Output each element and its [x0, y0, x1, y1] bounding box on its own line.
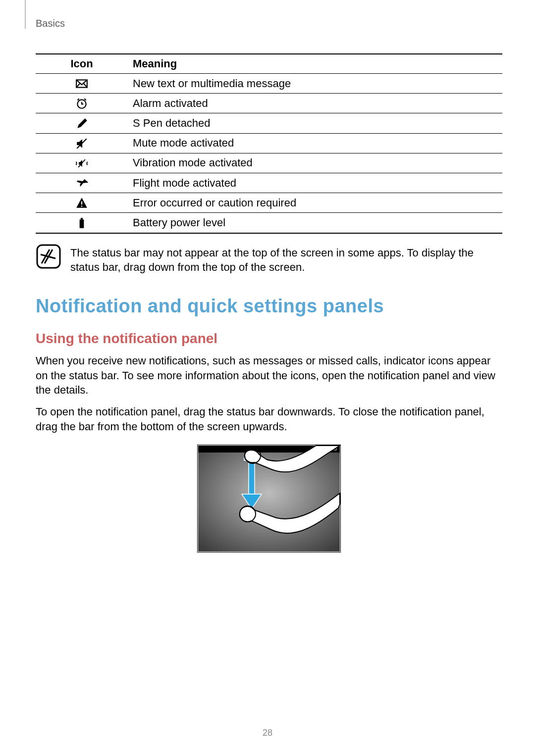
- meaning-cell: S Pen detached: [124, 113, 502, 133]
- body-paragraph: To open the notification panel, drag the…: [36, 404, 502, 434]
- airplane-icon: [75, 176, 88, 189]
- meaning-cell: Battery power level: [124, 213, 502, 233]
- icon-meaning-table: Icon Meaning New text or multimedia mess…: [36, 53, 502, 234]
- pen-icon: [75, 116, 88, 129]
- section-heading: Notification and quick settings panels: [36, 296, 502, 317]
- table-row: Mute mode activated: [36, 133, 502, 153]
- note-icon: [36, 244, 61, 269]
- meaning-cell: Mute mode activated: [124, 133, 502, 153]
- svg-rect-6: [80, 219, 84, 228]
- alarm-icon: [75, 97, 88, 109]
- body-paragraph: When you receive new notifications, such…: [36, 353, 502, 398]
- warning-icon: [75, 196, 88, 208]
- table-row: Alarm activated: [36, 94, 502, 113]
- page-number: 28: [0, 728, 535, 738]
- note-text: The status bar may not appear at the top…: [70, 244, 502, 275]
- meaning-cell: Alarm activated: [124, 94, 502, 113]
- table-row: Flight mode activated: [36, 173, 502, 193]
- meaning-cell: Vibration mode activated: [124, 153, 502, 173]
- drag-down-illustration: 10:00: [197, 445, 341, 553]
- meaning-cell: New text or multimedia message: [124, 74, 502, 94]
- envelope-icon: [75, 77, 88, 89]
- subsection-heading: Using the notification panel: [36, 331, 502, 347]
- meaning-cell: Flight mode activated: [124, 173, 502, 193]
- meaning-cell: Error occurred or caution required: [124, 193, 502, 213]
- vibrate-icon: [75, 156, 88, 169]
- table-row: S Pen detached: [36, 113, 502, 133]
- battery-icon: [75, 216, 88, 228]
- svg-rect-7: [81, 218, 83, 219]
- svg-rect-14: [249, 459, 255, 494]
- th-meaning: Meaning: [124, 54, 502, 74]
- table-row: Vibration mode activated: [36, 153, 502, 173]
- table-row: Error occurred or caution required: [36, 193, 502, 213]
- svg-rect-4: [81, 202, 82, 205]
- header-section: Basics: [36, 18, 65, 29]
- mute-icon: [75, 137, 88, 149]
- table-row: Battery power level: [36, 213, 502, 233]
- svg-rect-5: [81, 206, 82, 207]
- th-icon: Icon: [36, 54, 124, 74]
- table-row: New text or multimedia message: [36, 74, 502, 94]
- note-block: The status bar may not appear at the top…: [36, 244, 502, 275]
